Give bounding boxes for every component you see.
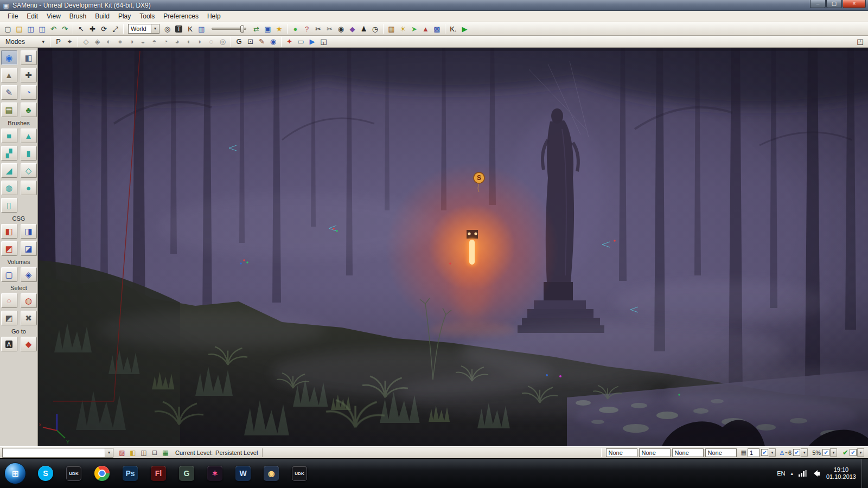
rotation-grid-checkbox[interactable]: ✔ xyxy=(793,449,800,456)
slider-thumb[interactable] xyxy=(240,25,244,33)
camera-tool-icon[interactable]: ◉ xyxy=(335,23,347,34)
actor-tool-icon[interactable]: ♟ xyxy=(358,23,369,34)
scale-snap-value[interactable]: 5% xyxy=(812,450,821,456)
stair-brush-button[interactable]: ▞ xyxy=(1,146,17,160)
drag-grid-value[interactable]: 1 xyxy=(748,448,760,457)
camera-speed-icon[interactable]: ⌖ xyxy=(64,36,75,47)
cube-brush-button[interactable]: ■ xyxy=(1,129,17,143)
minimize-button[interactable]: – xyxy=(810,0,826,8)
csg-deintersect-button[interactable]: ◪ xyxy=(21,241,37,256)
autosave-checkbox[interactable]: ✔ xyxy=(850,449,857,456)
cylinder-brush-button[interactable]: ▮ xyxy=(21,146,37,160)
material-tool-icon[interactable]: ◆ xyxy=(347,23,358,34)
socket-manager-icon[interactable]: ✦ xyxy=(284,36,295,47)
split-vertical-icon[interactable]: ⊟ xyxy=(149,448,160,458)
none-dropdown-4[interactable]: None xyxy=(705,448,737,457)
spiral-stair-brush-button[interactable]: ◍ xyxy=(1,181,17,195)
menu-file[interactable]: File xyxy=(3,11,22,21)
maximize-button[interactable]: ▢ xyxy=(826,0,842,8)
none-dropdown-1[interactable]: None xyxy=(606,448,637,457)
none-dropdown-2[interactable]: None xyxy=(639,448,671,457)
camera-speed-slider[interactable] xyxy=(212,28,246,30)
curved-stair-brush-button[interactable]: ◢ xyxy=(1,163,17,178)
volume-shape-button[interactable]: ◈ xyxy=(21,267,37,282)
game-view-button[interactable]: G xyxy=(233,36,245,47)
menu-brush[interactable]: Brush xyxy=(65,11,91,21)
save-map-icon[interactable]: ◫ xyxy=(25,23,36,34)
detail-lighting-view-icon[interactable]: ◑ xyxy=(126,36,137,47)
redo-icon[interactable]: ↷ xyxy=(59,23,71,34)
menu-view[interactable]: View xyxy=(42,11,65,21)
help-icon[interactable]: ? xyxy=(301,23,312,34)
flash-icon[interactable]: Fl xyxy=(144,461,173,485)
chevron-down-icon[interactable]: ▾ xyxy=(830,448,837,457)
lock-viewport-icon[interactable]: ⊡ xyxy=(245,36,256,47)
menu-preferences[interactable]: Preferences xyxy=(159,11,203,21)
menu-edit[interactable]: Edit xyxy=(22,11,42,21)
chevron-down-icon[interactable]: ▾ xyxy=(857,448,864,457)
lighting-quality-icon[interactable]: ◧ xyxy=(127,448,138,458)
mesh-paint-mode-button[interactable]: ◔ xyxy=(21,85,37,100)
csg-add-button[interactable]: ◧ xyxy=(1,224,17,239)
perspective-button[interactable]: P xyxy=(53,36,64,47)
volume-box-button[interactable]: ▢ xyxy=(1,267,17,282)
sheet-brush-button[interactable]: ◇ xyxy=(21,163,37,178)
save-all-icon[interactable]: ◫ xyxy=(36,23,48,34)
rotate-tool-icon[interactable]: ⟳ xyxy=(98,23,110,34)
play-in-viewport-button[interactable]: ▶ xyxy=(307,36,318,47)
sphere-brush-button[interactable]: ● xyxy=(21,181,37,195)
show-desktop-button[interactable] xyxy=(861,459,868,488)
geometry-mode-button[interactable]: ◧ xyxy=(21,50,37,65)
brush-polys-icon[interactable]: ✎ xyxy=(256,36,267,47)
chrome-icon[interactable] xyxy=(88,461,116,485)
perspective-viewport[interactable]: S xyxy=(38,48,868,446)
geometry-edit-mode-button[interactable]: ✎ xyxy=(1,85,17,100)
favorites-icon[interactable]: ★ xyxy=(273,23,285,34)
play-in-editor-button[interactable]: ▶ xyxy=(459,23,470,34)
translate-tool-icon[interactable]: ✚ xyxy=(87,23,98,34)
camera-mode-button[interactable]: ◉ xyxy=(1,50,17,65)
menu-build[interactable]: Build xyxy=(91,11,114,21)
udk-icon-2[interactable]: UDK xyxy=(285,461,314,485)
greenshot-icon[interactable]: G xyxy=(173,461,201,485)
shader-complexity-view-icon[interactable]: ◕ xyxy=(171,36,183,47)
texture-density-view-icon[interactable]: ◔ xyxy=(160,36,171,47)
kismet-open-icon[interactable]: K. xyxy=(448,23,459,34)
select-invert-button[interactable]: ◩ xyxy=(1,311,17,325)
collision-view-icon[interactable]: ◎ xyxy=(217,36,228,47)
lighting-only-view-icon[interactable]: ◒ xyxy=(137,36,149,47)
unlit-view-icon[interactable]: ◐ xyxy=(103,36,114,47)
autodesk-icon[interactable]: ✶ xyxy=(201,461,229,485)
word-icon[interactable]: W xyxy=(229,461,257,485)
float-viewport-icon[interactable]: ◱ xyxy=(318,36,329,47)
brush-wireframe-view-icon[interactable]: ◈ xyxy=(92,36,103,47)
scale-tool-icon[interactable]: ⤢ xyxy=(110,23,121,34)
terrain-mode-button[interactable]: ▲ xyxy=(1,68,17,82)
publish-icon[interactable]: ● xyxy=(290,23,301,34)
cone-brush-button[interactable]: ▲ xyxy=(21,129,37,143)
udk-icon[interactable]: UDK xyxy=(60,461,88,485)
capture-thumbnail-icon[interactable]: ▣ xyxy=(262,23,273,34)
select-tool-icon[interactable]: ↖ xyxy=(75,23,87,34)
media-app-icon[interactable]: ◉ xyxy=(257,461,285,485)
goto-builder-brush-button[interactable]: ◆ xyxy=(21,337,37,351)
build-cover-icon[interactable]: ▲ xyxy=(420,23,431,34)
world-mode-dropdown[interactable]: World ▾ xyxy=(128,24,159,34)
chevron-down-icon[interactable]: ▾ xyxy=(769,448,776,457)
cut-tool-icon[interactable]: ✂ xyxy=(312,23,324,34)
menu-help[interactable]: Help xyxy=(203,11,225,21)
lightmap-density-view-icon[interactable]: ◖ xyxy=(183,36,194,47)
dock-toggle-icon[interactable]: ◰ xyxy=(854,36,866,47)
split-horizontal-icon[interactable]: ◫ xyxy=(138,448,149,458)
copy-tool-icon[interactable]: ✂ xyxy=(324,23,335,34)
none-dropdown-3[interactable]: None xyxy=(672,448,704,457)
history-icon[interactable]: ◷ xyxy=(369,23,381,34)
undo-status-icon[interactable]: ▨ xyxy=(117,448,127,458)
build-all-icon[interactable]: ▩ xyxy=(431,23,443,34)
kismet-icon[interactable]: K xyxy=(184,23,196,34)
volume-icon[interactable] xyxy=(812,470,820,477)
undo-icon[interactable]: ↶ xyxy=(48,23,59,34)
build-paths-icon[interactable]: ➤ xyxy=(409,23,420,34)
viewport-scene[interactable]: S xyxy=(38,48,868,446)
open-map-icon[interactable]: ▤ xyxy=(14,23,25,34)
